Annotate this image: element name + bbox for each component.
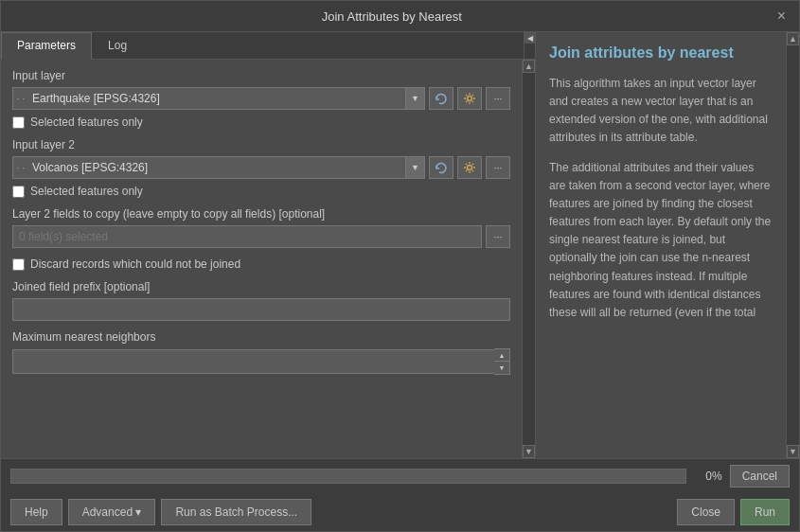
discard-records-row: Discard records which could not be joine…	[12, 257, 510, 271]
fields-to-copy-label: Layer 2 fields to copy (leave empty to c…	[12, 207, 510, 221]
progress-bar-wrap	[10, 469, 686, 484]
help-title: Join attributes by nearest	[549, 44, 773, 63]
joined-field-prefix-label: Joined field prefix [optional]	[12, 280, 510, 293]
help-scrollbar: ▲ ▼	[786, 32, 799, 458]
run-button[interactable]: Run	[740, 499, 790, 525]
close-window-button[interactable]: ×	[773, 7, 790, 26]
selected-features-2-row: Selected features only	[12, 185, 510, 198]
help-scroll-thumb[interactable]	[787, 45, 799, 445]
help-scroll-down[interactable]: ▼	[787, 445, 799, 458]
params-content: Input layer · · Earthquake [EPSG:4326] ▼	[1, 60, 522, 458]
discard-records-checkbox[interactable]	[12, 258, 25, 271]
left-panel: Parameters Log ◀ Input layer · ·	[1, 32, 536, 458]
help-content: Join attributes by nearest This algorith…	[536, 32, 786, 458]
input-layer2-combo[interactable]: · · Volcanos [EPSG:4326] ▼	[12, 156, 425, 179]
max-neighbors-spinners: ▲ ▼	[494, 348, 510, 375]
max-neighbors-row: 1 ▲ ▼	[12, 348, 510, 375]
max-neighbors-input[interactable]: 1	[12, 349, 494, 374]
max-neighbors-up-button[interactable]: ▲	[494, 349, 509, 362]
fields-to-copy-more-button[interactable]: ···	[486, 225, 510, 248]
title-bar: Join Attributes by Nearest ×	[1, 1, 799, 32]
tab-log[interactable]: Log	[92, 32, 143, 59]
settings-input-layer2-button[interactable]	[457, 156, 482, 179]
tab-scroll-left[interactable]: ◀	[524, 32, 536, 44]
combo-dot-1: · ·	[13, 94, 28, 104]
tabs-bar: Parameters Log ◀	[1, 32, 535, 60]
fields-to-copy-input[interactable]	[12, 225, 482, 248]
refresh-input-layer2-button[interactable]	[429, 156, 453, 179]
progress-row: 0% Cancel	[1, 459, 799, 493]
dialog: Join Attributes by Nearest × Parameters …	[0, 0, 800, 532]
input-layer-label: Input layer	[12, 69, 510, 82]
input-layer2-select[interactable]: Volcanos [EPSG:4326]	[28, 157, 405, 178]
input-layer-arrow[interactable]: ▼	[405, 88, 424, 109]
fields-to-copy-row: ···	[12, 225, 510, 248]
dialog-title: Join Attributes by Nearest	[10, 9, 773, 24]
help-paragraph1: This algorithm takes an input vector lay…	[549, 75, 773, 148]
refresh-input-layer-button[interactable]	[429, 87, 453, 110]
tab-scroll: ◀	[524, 32, 535, 59]
input-layer2-row: · · Volcanos [EPSG:4326] ▼	[12, 156, 510, 179]
settings-input-layer-button[interactable]	[457, 87, 482, 110]
help-scroll-area: Join attributes by nearest This algorith…	[536, 32, 799, 458]
dialog-body: Parameters Log ◀ Input layer · ·	[1, 32, 799, 458]
input-layer-row: · · Earthquake [EPSG:4326] ▼	[12, 87, 510, 110]
params-scrollbar: ▲ ▼	[522, 60, 535, 458]
right-panel: Join attributes by nearest This algorith…	[536, 32, 799, 458]
more-input-layer2-button[interactable]: ···	[486, 156, 510, 179]
selected-features-2-label: Selected features only	[30, 185, 143, 198]
input-layer-select[interactable]: Earthquake [EPSG:4326]	[28, 88, 405, 109]
help-button[interactable]: Help	[10, 499, 62, 525]
svg-point-0	[468, 97, 472, 101]
selected-features-2-checkbox[interactable]	[12, 186, 25, 198]
cancel-button[interactable]: Cancel	[730, 465, 790, 488]
selected-features-1-checkbox[interactable]	[12, 116, 25, 129]
progress-label: 0%	[694, 470, 722, 483]
svg-point-1	[468, 166, 472, 170]
tab-parameters[interactable]: Parameters	[1, 32, 92, 60]
input-layer2-arrow[interactable]: ▼	[405, 157, 424, 178]
help-paragraph2: The additional attributes and their valu…	[549, 159, 773, 323]
advanced-button[interactable]: Advanced ▾	[68, 499, 156, 525]
max-neighbors-down-button[interactable]: ▼	[494, 362, 509, 374]
selected-features-1-label: Selected features only	[30, 115, 143, 129]
bottom-bar: 0% Cancel Help Advanced ▾ Run as Batch P…	[1, 458, 799, 531]
input-layer2-label: Input layer 2	[12, 138, 510, 151]
help-scroll-up[interactable]: ▲	[787, 32, 799, 45]
more-input-layer-button[interactable]: ···	[486, 87, 510, 110]
action-row: Help Advanced ▾ Run as Batch Process... …	[1, 493, 799, 531]
params-scroll-up[interactable]: ▲	[523, 60, 535, 73]
params-scroll-track	[523, 73, 535, 445]
selected-features-1-row: Selected features only	[12, 115, 510, 129]
input-layer-combo[interactable]: · · Earthquake [EPSG:4326] ▼	[12, 87, 425, 110]
params-scroll-down[interactable]: ▼	[523, 445, 535, 458]
max-neighbors-label: Maximum nearest neighbors	[12, 330, 510, 344]
discard-records-label: Discard records which could not be joine…	[30, 257, 240, 271]
combo-dot-2: · ·	[13, 163, 28, 173]
batch-process-button[interactable]: Run as Batch Process...	[161, 499, 311, 525]
joined-field-prefix-input[interactable]	[12, 298, 510, 321]
joined-field-prefix-wrap	[12, 298, 510, 321]
params-area: Input layer · · Earthquake [EPSG:4326] ▼	[1, 60, 535, 458]
close-button[interactable]: Close	[677, 499, 735, 525]
